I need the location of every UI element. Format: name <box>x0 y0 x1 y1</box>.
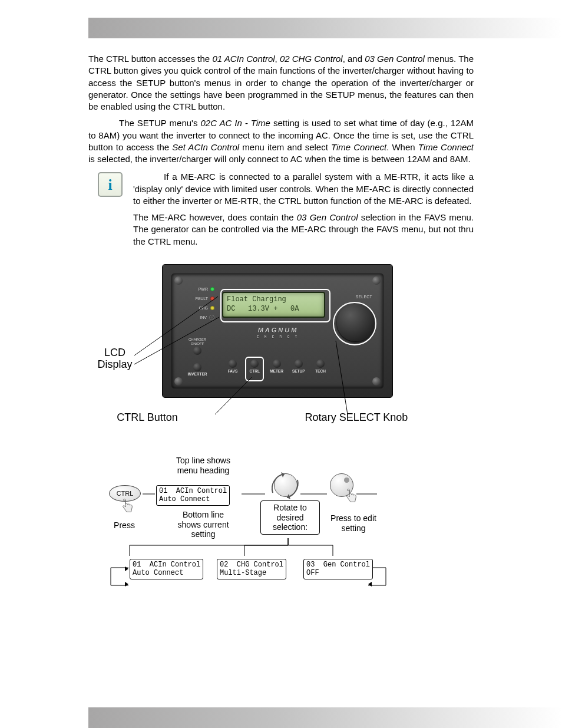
note-paragraph-1: If a ME-ARC is connected to a parallel s… <box>133 171 474 207</box>
callout-knob: Rotary SELECT Knob <box>283 411 430 424</box>
svg-marker-11 <box>125 566 128 571</box>
setup-button[interactable]: SETUP <box>288 360 309 374</box>
screen-option-2: 02 CHG Control Multi-Stage <box>217 559 286 579</box>
paragraph-2: The SETUP menu's 02C AC In - Time settin… <box>88 117 474 165</box>
info-note: i If a ME-ARC is connected to a parallel… <box>88 171 474 252</box>
lcd-screen: Float Charging DC 13.3V + 0A <box>222 292 325 318</box>
callout-ctrl: CTRL Button <box>88 411 206 424</box>
rotate-caption: Rotate to desired selection: <box>260 500 320 535</box>
menu-buttons: FAVS CTRL METER SETUP TECH <box>222 360 331 374</box>
tech-button[interactable]: TECH <box>310 360 331 374</box>
footer-bar <box>88 707 562 728</box>
rotary-knob[interactable] <box>337 304 375 341</box>
screw-icon <box>372 276 381 285</box>
svg-marker-12 <box>368 582 372 587</box>
select-label: SELECT <box>356 295 372 300</box>
screw-icon <box>174 377 183 386</box>
info-icon: i <box>98 172 123 197</box>
note-paragraph-2: The ME-ARC however, does contain the 03 … <box>133 212 474 248</box>
device-figure: PWR FAULT CHG INV Float Charging DC 13.3… <box>88 264 477 441</box>
header-bar <box>88 18 562 38</box>
press-label: Press <box>106 521 143 531</box>
screw-icon <box>174 276 183 285</box>
brand-logo: MAGNUME N E R G Y <box>228 326 328 339</box>
flow-diagram: CTRL Press Top line shows menu heading 0… <box>88 456 477 597</box>
favs-button[interactable]: FAVS <box>222 360 243 374</box>
inverter-button[interactable]: INVERTER <box>181 363 214 377</box>
callout-lcd: LCD Display <box>88 347 141 371</box>
paragraph-1: The CTRL button accesses the 01 ACIn Con… <box>88 53 474 113</box>
led-column: PWR FAULT CHG INV <box>179 285 214 322</box>
svg-marker-10 <box>125 582 128 587</box>
ctrl-button[interactable]: CTRL <box>244 360 265 374</box>
pressedit-caption: Press to edit setting <box>321 513 386 533</box>
screen-option-1: 01 ACIn Control Auto Connect <box>130 559 203 579</box>
screen-option-3: 03 Gen Control OFF <box>303 559 373 579</box>
body-text: The CTRL button accesses the 01 ACIn Con… <box>0 38 562 597</box>
topline-caption: Top line shows menu heading <box>156 456 250 476</box>
screw-icon <box>372 377 381 386</box>
charger-button[interactable]: CHARGERON/OFF <box>181 338 214 355</box>
meter-button[interactable]: METER <box>266 360 287 374</box>
hand-icon <box>118 498 135 516</box>
rotate-arrows-icon <box>267 469 303 500</box>
botline-caption: Bottom line shows current setting <box>156 510 250 539</box>
hand-icon <box>342 488 359 506</box>
screen-main: 01 ACIn Control Auto Connect <box>156 485 230 506</box>
